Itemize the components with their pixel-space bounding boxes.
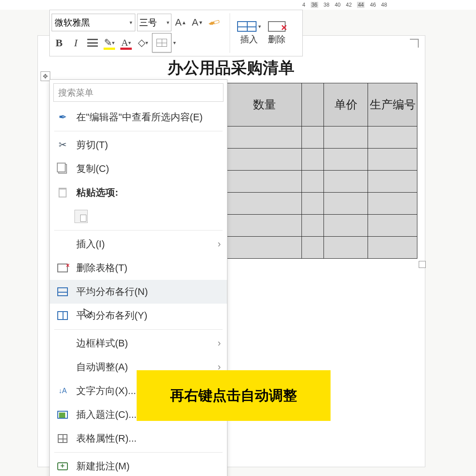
blank-icon	[56, 238, 69, 251]
shading-button[interactable]: ◇▾	[135, 34, 150, 52]
mini-toolbar: 微软雅黑 ▾ 三号 ▾ A▲ A▼ 🖌 B I ✎▾ A▾ ◇▾ ▾ ▾	[49, 10, 303, 56]
format-painter-button[interactable]: 🖌	[203, 11, 225, 34]
menu-label: 平均分布各行(N)	[76, 285, 221, 298]
table-properties-icon	[56, 432, 69, 445]
table-header-qty: 数量	[227, 83, 302, 126]
chevron-down-icon[interactable]: ▾	[173, 40, 176, 46]
table-row	[227, 237, 417, 259]
menu-view-in-editor[interactable]: ✒ 在"编辑器"中查看所选内容(E)	[50, 105, 227, 129]
table-header-prodno: 生产编号	[368, 83, 417, 126]
chevron-down-icon: ▾	[167, 19, 169, 26]
chevron-right-icon: ›	[218, 338, 221, 349]
paste-option-icon	[74, 210, 88, 223]
table-row	[227, 193, 417, 215]
insert-label: 插入	[240, 33, 258, 45]
menu-label: 边框样式(B)	[76, 337, 211, 350]
grid-icon	[156, 39, 167, 47]
font-size-select[interactable]: 三号 ▾	[137, 14, 171, 31]
menu-label: 插入(I)	[76, 238, 211, 251]
search-placeholder: 搜索菜单	[58, 87, 93, 99]
insert-table-icon	[237, 21, 257, 32]
table-resize-handle[interactable]	[419, 261, 426, 268]
lines-icon	[87, 39, 98, 47]
delete-label: 删除	[268, 33, 286, 45]
pen-icon: ✒	[56, 111, 69, 124]
scissors-icon: ✂	[56, 138, 69, 152]
menu-distribute-cols[interactable]: 平均分布各列(Y)	[50, 304, 227, 327]
line-spacing-button[interactable]	[85, 34, 100, 52]
font-family-value: 微软雅黑	[55, 17, 90, 29]
table-row	[227, 149, 417, 171]
table-header-blank	[302, 83, 324, 126]
delete-table-icon: ✕	[268, 21, 286, 32]
blank-icon	[56, 337, 69, 350]
distribute-rows-icon	[56, 285, 69, 298]
annotation-banner: 再右键点击自动调整	[137, 370, 331, 421]
delete-table-icon	[56, 261, 69, 275]
delete-button[interactable]: ✕ 删除	[264, 19, 289, 47]
decrease-font-button[interactable]: A▼	[190, 14, 205, 31]
horizontal-ruler: 436384042444648	[0, 0, 476, 10]
paste-option-keep-source[interactable]	[50, 205, 227, 228]
comment-icon	[56, 460, 69, 473]
copy-icon	[56, 162, 69, 175]
menu-paste-options: 粘贴选项:	[50, 181, 227, 205]
annotation-text: 再右键点击自动调整	[170, 386, 297, 405]
table-row	[227, 215, 417, 237]
document-title: 办公用品采购清单	[167, 57, 294, 79]
font-color-button[interactable]: A▾	[119, 34, 134, 52]
italic-button[interactable]: I	[68, 34, 83, 52]
image-icon	[56, 408, 69, 421]
table-move-handle[interactable]: ✥	[41, 71, 50, 81]
menu-copy[interactable]: 复制(C)	[50, 157, 227, 181]
font-family-select[interactable]: 微软雅黑 ▾	[52, 14, 135, 31]
chevron-down-icon: ▾	[130, 19, 132, 26]
clipboard-icon	[56, 186, 69, 199]
font-size-value: 三号	[139, 17, 157, 29]
table-row	[227, 126, 417, 149]
menu-search-input[interactable]: 搜索菜单	[53, 83, 223, 102]
distribute-cols-icon	[56, 309, 69, 322]
menu-label: 表格属性(R)...	[76, 432, 221, 445]
borders-button[interactable]	[152, 33, 171, 52]
menu-table-properties[interactable]: 表格属性(R)...	[50, 427, 227, 450]
menu-label: 平均分布各列(Y)	[76, 309, 221, 322]
menu-distribute-rows[interactable]: 平均分布各行(N)	[50, 280, 227, 304]
blank-icon	[56, 361, 69, 374]
menu-label: 删除表格(T)	[76, 261, 221, 275]
table-header-price: 单价	[324, 83, 368, 126]
menu-label: 新建批注(M)	[76, 460, 221, 473]
table-row	[227, 171, 417, 193]
chevron-down-icon: ▾	[258, 23, 261, 30]
menu-cut[interactable]: ✂ 剪切(T)	[50, 133, 227, 157]
increase-font-button[interactable]: A▲	[173, 14, 188, 31]
menu-label: 在"编辑器"中查看所选内容(E)	[76, 111, 221, 124]
menu-label: 复制(C)	[76, 162, 221, 175]
menu-label: 剪切(T)	[76, 138, 221, 152]
menu-insert[interactable]: 插入(I) ›	[50, 232, 227, 256]
document-table[interactable]: 数量 单价 生产编号	[227, 83, 417, 259]
page-margin-corner	[410, 39, 419, 48]
menu-label: 粘贴选项:	[76, 186, 221, 199]
highlight-color-button[interactable]: ✎▾	[102, 34, 117, 52]
menu-delete-table[interactable]: 删除表格(T)	[50, 256, 227, 280]
insert-button[interactable]: ▾ 插入	[234, 19, 264, 47]
text-direction-icon: ↓A	[56, 384, 69, 398]
chevron-right-icon: ›	[218, 238, 221, 250]
bold-button[interactable]: B	[52, 34, 67, 52]
menu-new-comment[interactable]: 新建批注(M)	[50, 454, 227, 476]
menu-border-style[interactable]: 边框样式(B) ›	[50, 331, 227, 355]
